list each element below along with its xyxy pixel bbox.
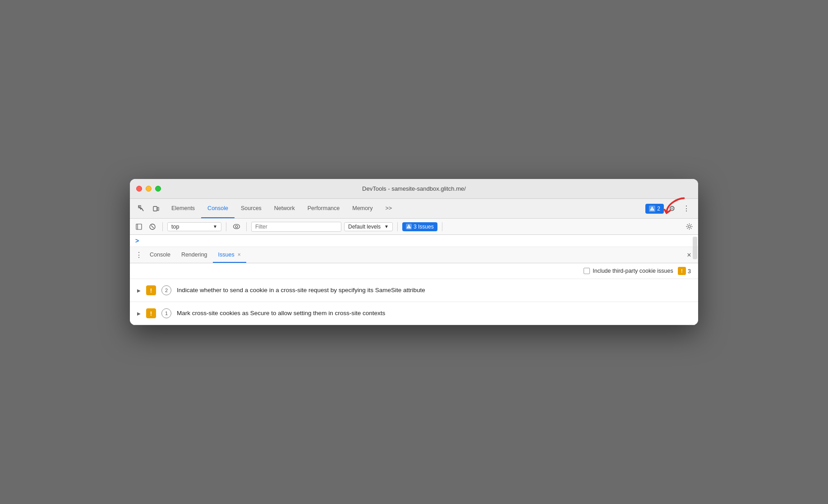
- svg-rect-1: [153, 206, 157, 211]
- issue-item-2[interactable]: ▶ ! 1 Mark cross-site cookies as Secure …: [130, 302, 698, 325]
- issues-badge-wrapper: ! 2: [645, 204, 664, 214]
- issue-text-2: Mark cross-site cookies as Secure to all…: [177, 309, 385, 318]
- tab-issues-panel[interactable]: Issues ×: [213, 247, 246, 263]
- level-dropdown-icon: ▼: [384, 224, 389, 229]
- clear-console-button[interactable]: [147, 221, 158, 232]
- issues-toolbar-count: 3 Issues: [414, 224, 434, 230]
- panel-tabs: ⋮ Console Rendering Issues × ×: [130, 247, 698, 263]
- tab-elements[interactable]: Elements: [165, 199, 201, 218]
- expand-icon-2[interactable]: ▶: [137, 311, 141, 316]
- tab-memory[interactable]: Memory: [346, 199, 379, 218]
- devtools-window: DevTools - samesite-sandbox.glitch.me/ E…: [130, 179, 698, 325]
- toolbar-separator-3: [246, 222, 247, 231]
- tab-console[interactable]: Console: [201, 199, 235, 218]
- sidebar-toggle-button[interactable]: [133, 221, 144, 232]
- issues-warning-count: ! 3: [678, 267, 691, 275]
- issue-item-1[interactable]: ▶ ! 2 Indicate whether to send a cookie …: [130, 279, 698, 302]
- context-label: top: [171, 224, 179, 230]
- titlebar: DevTools - samesite-sandbox.glitch.me/: [130, 179, 698, 199]
- svg-point-9: [233, 225, 239, 229]
- issues-badge-button[interactable]: ! 2: [645, 204, 664, 214]
- svg-rect-2: [157, 207, 159, 211]
- svg-point-10: [235, 225, 238, 228]
- tab-rendering-panel[interactable]: Rendering: [176, 247, 213, 263]
- nav-right-controls: ! 2 ⚙ ⋮: [643, 199, 695, 218]
- issue-text-1: Indicate whether to send a cookie in a c…: [177, 286, 425, 295]
- console-settings-button[interactable]: [684, 221, 695, 232]
- traffic-lights: [136, 186, 161, 192]
- issues-filter-bar: Include third-party cookie issues ! 3: [130, 263, 698, 279]
- warning-icon-1: !: [146, 285, 156, 295]
- expand-icon-1[interactable]: ▶: [137, 288, 141, 293]
- context-dropdown-icon: ▼: [213, 224, 217, 229]
- close-issues-tab-button[interactable]: ×: [238, 252, 241, 258]
- log-level-select[interactable]: Default levels ▼: [344, 222, 393, 231]
- tab-console-panel[interactable]: Console: [144, 247, 176, 263]
- close-button[interactable]: [136, 186, 142, 192]
- panel-tab-more-button[interactable]: ⋮: [133, 250, 144, 261]
- console-prompt-area: >: [130, 235, 698, 247]
- inspect-element-button[interactable]: [135, 202, 148, 215]
- issues-warning-icon: !: [678, 267, 686, 275]
- issues-total-count: 3: [688, 268, 691, 275]
- window-title: DevTools - samesite-sandbox.glitch.me/: [362, 185, 466, 192]
- third-party-filter-label[interactable]: Include third-party cookie issues: [584, 268, 673, 274]
- svg-text:!: !: [409, 226, 409, 229]
- issue-count-2: 1: [161, 308, 171, 318]
- warning-icon-2: !: [146, 308, 156, 318]
- nav-icon-group: [133, 199, 165, 218]
- maximize-button[interactable]: [155, 186, 161, 192]
- toolbar-separator-2: [226, 222, 226, 231]
- issues-toolbar-badge[interactable]: ! 3 Issues: [402, 222, 437, 231]
- toolbar-separator-4: [397, 222, 398, 231]
- tab-sources[interactable]: Sources: [235, 199, 268, 218]
- tab-performance[interactable]: Performance: [301, 199, 346, 218]
- svg-rect-5: [136, 224, 142, 229]
- svg-line-8: [151, 225, 154, 228]
- eye-icon-button[interactable]: [231, 221, 242, 232]
- toolbar-separator-1: [162, 222, 163, 231]
- device-toolbar-button[interactable]: [150, 202, 162, 215]
- issue-count-1: 2: [161, 285, 171, 295]
- minimize-button[interactable]: [146, 186, 152, 192]
- settings-button[interactable]: ⚙: [666, 202, 678, 215]
- issues-badge-count: 2: [657, 206, 660, 212]
- svg-point-13: [688, 225, 690, 228]
- tab-network[interactable]: Network: [268, 199, 301, 218]
- console-toolbar: top ▼ Default levels ▼ ! 3 Issues: [130, 219, 698, 235]
- filter-input[interactable]: [251, 222, 341, 232]
- tab-more[interactable]: >>: [379, 199, 398, 218]
- toolbar-separator-5: [442, 222, 442, 231]
- scrollbar-thumb: [693, 237, 697, 259]
- nav-tabs: Elements Console Sources Network Perform…: [165, 199, 643, 218]
- more-options-button[interactable]: ⋮: [680, 202, 693, 215]
- issues-panel: Include third-party cookie issues ! 3 ▶ …: [130, 263, 698, 325]
- svg-text:!: !: [652, 208, 653, 211]
- third-party-checkbox[interactable]: [584, 268, 590, 274]
- context-selector[interactable]: top ▼: [167, 222, 221, 231]
- devtools-nav: Elements Console Sources Network Perform…: [130, 199, 698, 219]
- bottom-panel: ⋮ Console Rendering Issues × × Include t…: [130, 247, 698, 325]
- prompt-chevron-icon: >: [135, 237, 139, 244]
